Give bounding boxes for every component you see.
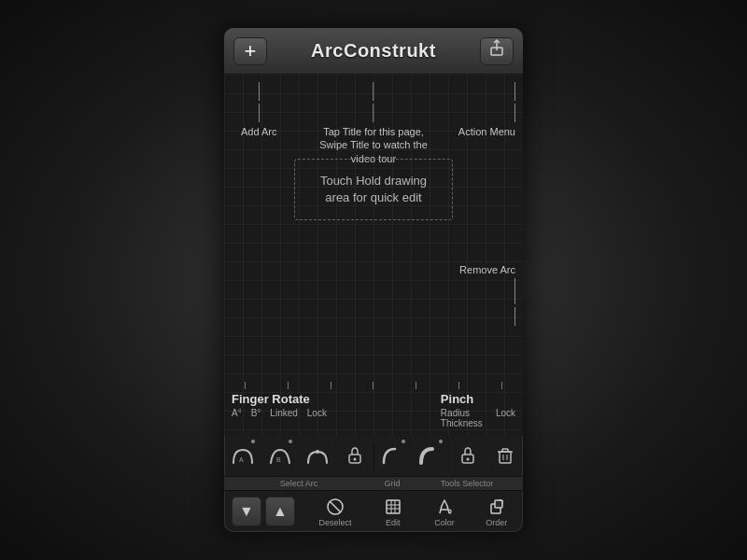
toolbar-sublabels: Select Arc Grid Tools Selector <box>224 477 523 491</box>
svg-point-7 <box>466 457 469 460</box>
connector-lines <box>232 382 515 389</box>
tools-selector-sublabel: Tools Selector <box>411 477 523 490</box>
edit-label: Edit <box>386 518 401 527</box>
color-label: Color <box>434 518 455 527</box>
pinch-lock-button[interactable] <box>449 436 486 476</box>
arc-a-icon: A <box>230 446 256 465</box>
label-b: B° <box>251 408 261 418</box>
add-arc-annotation: Add Arc <box>241 82 277 138</box>
svg-rect-8 <box>500 452 511 463</box>
drawing-area[interactable]: Add Arc Tap Title for this page, Swipe T… <box>224 75 523 436</box>
touch-hold-hint: Touch Hold drawing area for quick edit <box>294 159 453 220</box>
deselect-label: Deselect <box>319 518 352 527</box>
arc-b-button[interactable]: B <box>261 436 299 476</box>
add-button[interactable]: + <box>233 37 267 65</box>
down-button[interactable]: ▼ <box>232 497 261 526</box>
pinch-group: Pinch Radius Thickness Lock <box>441 392 515 428</box>
svg-rect-24 <box>495 500 502 508</box>
arc-a-dot <box>251 440 255 443</box>
arc-lock-icon <box>345 445 365 466</box>
pinch-thickness-icon <box>417 446 444 465</box>
header: + ArcConstrukt <box>224 28 523 75</box>
grid-sublabel: Grid <box>374 477 411 490</box>
share-button[interactable] <box>480 37 514 65</box>
svg-point-3 <box>316 450 319 454</box>
remove-arc-annotation: Remove Arc <box>459 264 515 326</box>
title-annotation: Tap Title for this page, Swipe Title to … <box>319 82 428 165</box>
pinch-thickness-label: Thickness <box>441 418 483 428</box>
labels-area: Finger Rotate A° B° Linked Lock Pinch Ra… <box>232 382 515 428</box>
color-icon <box>434 497 455 517</box>
finger-rotate-sublabels: A° B° Linked Lock <box>232 408 327 418</box>
svg-point-5 <box>353 457 356 460</box>
down-icon: ▼ <box>239 503 254 520</box>
pinch-thickness-dot <box>439 440 443 443</box>
app-title: ArcConstrukt <box>311 40 436 62</box>
bottom-tools: Deselect Edit Color <box>303 497 523 527</box>
order-label: Order <box>486 518 507 527</box>
share-icon <box>487 38 506 57</box>
up-button[interactable]: ▲ <box>265 497 295 526</box>
nav-buttons: ▼ ▲ <box>224 497 303 526</box>
arc-lock-button[interactable] <box>336 436 374 476</box>
arc-b-dot <box>289 440 292 443</box>
arc-linked-icon <box>304 446 331 465</box>
arc-b-icon: B <box>267 446 293 465</box>
trash-button[interactable] <box>486 436 523 476</box>
svg-line-16 <box>330 501 341 512</box>
select-arc-sublabel: Select Arc <box>224 477 374 490</box>
label-linked: Linked <box>270 408 297 418</box>
finger-rotate-group: Finger Rotate A° B° Linked Lock <box>232 392 327 418</box>
arc-linked-button[interactable] <box>299 436 336 476</box>
pinch-lock-label: Lock <box>496 408 515 428</box>
pinch-radius-thickness: Radius Thickness <box>441 408 483 428</box>
order-button[interactable]: Order <box>486 497 507 527</box>
pinch-radius-dot <box>402 440 405 443</box>
arc-a-button[interactable]: A <box>224 436 261 476</box>
toolbar-bottom: ▼ ▲ Deselect <box>224 491 523 532</box>
app-container: + ArcConstrukt Add Arc Tap Title for thi… <box>224 28 523 532</box>
deselect-icon <box>325 497 345 517</box>
tool-labels-row: Finger Rotate A° B° Linked Lock Pinch Ra… <box>232 392 515 428</box>
pinch-radius-label: Radius <box>441 408 483 418</box>
label-lock: Lock <box>307 408 327 418</box>
trash-icon <box>495 445 515 466</box>
edit-button[interactable]: Edit <box>383 497 403 527</box>
action-menu-annotation: Action Menu <box>458 82 515 138</box>
order-icon <box>486 497 507 517</box>
pinch-sublabels: Radius Thickness Lock <box>441 408 515 428</box>
svg-text:A: A <box>239 456 244 463</box>
color-button[interactable]: Color <box>434 497 455 527</box>
deselect-button[interactable]: Deselect <box>319 497 352 527</box>
pinch-thickness-button[interactable] <box>412 436 449 476</box>
finger-rotate-label: Finger Rotate <box>232 392 327 406</box>
edit-icon <box>383 497 403 517</box>
svg-text:B: B <box>276 456 281 463</box>
toolbar-top: A B <box>224 436 523 477</box>
up-icon: ▲ <box>273 503 288 520</box>
label-a: A° <box>232 408 242 418</box>
pinch-lock-icon <box>458 445 478 466</box>
svg-rect-17 <box>387 500 400 513</box>
pinch-label: Pinch <box>441 392 515 406</box>
pinch-radius-button[interactable] <box>374 436 412 476</box>
pinch-radius-icon <box>380 446 406 465</box>
